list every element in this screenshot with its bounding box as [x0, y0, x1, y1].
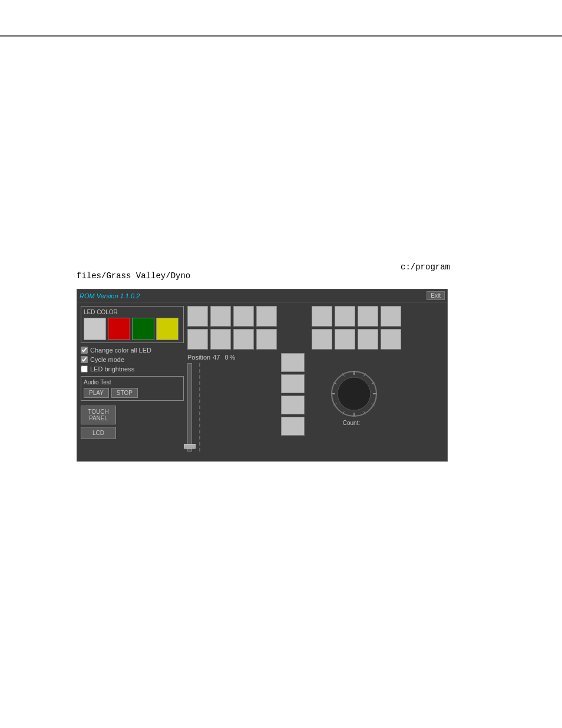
- grid-btn-4[interactable]: [256, 306, 277, 327]
- grid-btn-3[interactable]: [233, 306, 254, 327]
- lcd-button[interactable]: LCD: [81, 427, 116, 439]
- checkbox-cycle-mode: Cycle mode: [81, 356, 184, 363]
- slider-track-container: [187, 363, 192, 457]
- right-grid-btn-3[interactable]: [358, 306, 378, 327]
- slider-thumb[interactable]: [184, 444, 196, 449]
- checkbox-change-color-input[interactable]: [81, 347, 88, 354]
- right-top-button-grid: [312, 306, 402, 350]
- right-grid-btn-8[interactable]: [381, 329, 401, 350]
- checkbox-cycle-mode-label: Cycle mode: [90, 356, 124, 363]
- side-btn-3[interactable]: [281, 396, 305, 414]
- checkbox-led-brightness-input[interactable]: [81, 365, 88, 373]
- path-text-1: files/Grass Valley/Dyno: [77, 271, 190, 281]
- top-divider: [0, 35, 562, 37]
- grid-btn-7[interactable]: [233, 329, 254, 350]
- swatch-green[interactable]: [132, 318, 154, 340]
- title-bar: ROM Version 1.1.0.2 Exit: [77, 289, 447, 302]
- grid-btn-6[interactable]: [210, 329, 231, 350]
- checkbox-cycle-mode-input[interactable]: [81, 356, 88, 363]
- led-color-box: LED COLOR: [81, 306, 184, 343]
- right-grid-btn-5[interactable]: [312, 329, 332, 350]
- grid-btn-2[interactable]: [210, 306, 231, 327]
- checkbox-led-brightness: LED brightness: [81, 365, 184, 373]
- left-panel: LED COLOR Change color all LED Cycle mod…: [81, 306, 184, 457]
- checkbox-led-brightness-label: LED brightness: [90, 365, 134, 373]
- side-btn-2[interactable]: [281, 374, 305, 393]
- percent-symbol: %: [230, 354, 236, 361]
- right-grid-btn-7[interactable]: [358, 329, 378, 350]
- swatch-yellow[interactable]: [156, 318, 178, 340]
- audio-test-label: Audio Test: [84, 379, 181, 386]
- dial-ticks-svg: [330, 370, 378, 417]
- app-content: LED COLOR Change color all LED Cycle mod…: [77, 302, 447, 461]
- right-grid-btn-2[interactable]: [335, 306, 355, 327]
- slider-section: [187, 363, 277, 457]
- grid-btn-8[interactable]: [256, 329, 277, 350]
- play-button[interactable]: PLAY: [84, 388, 109, 398]
- grid-btn-1[interactable]: [187, 306, 208, 327]
- checkbox-change-color: Change color all LED: [81, 347, 184, 354]
- side-btn-4[interactable]: [281, 417, 305, 436]
- side-btn-1[interactable]: [281, 353, 305, 372]
- stop-button[interactable]: STOP: [111, 388, 138, 398]
- touch-panel-button[interactable]: TOUCHPANEL: [81, 406, 116, 424]
- dial-area: Count:: [312, 370, 402, 426]
- exit-button[interactable]: Exit: [427, 291, 445, 300]
- swatch-white[interactable]: [84, 318, 106, 340]
- audio-test-box: Audio Test PLAY STOP: [81, 376, 184, 401]
- grid-btn-5[interactable]: [187, 329, 208, 350]
- main-content-area: Position 47 0 %: [187, 306, 444, 457]
- right-grid-btn-4[interactable]: [381, 306, 401, 327]
- app-window: ROM Version 1.1.0.2 Exit LED COLOR Chang…: [77, 289, 448, 462]
- svg-point-1: [338, 377, 371, 410]
- right-panel: Count:: [312, 306, 402, 457]
- percent-value: 0: [224, 354, 228, 361]
- rom-version-title: ROM Version 1.1.0.2: [80, 292, 140, 299]
- side-buttons-column: [281, 353, 305, 457]
- middle-section: Position 47 0 %: [187, 306, 277, 457]
- swatch-red[interactable]: [108, 318, 130, 340]
- dotted-line: [199, 363, 200, 452]
- right-grid-btn-1[interactable]: [312, 306, 332, 327]
- position-row: Position 47 0 %: [187, 354, 277, 361]
- led-color-label: LED COLOR: [84, 309, 181, 315]
- top-button-grid: [187, 306, 277, 350]
- audio-buttons: PLAY STOP: [84, 388, 181, 398]
- count-label: Count:: [343, 420, 360, 426]
- right-grid-btn-6[interactable]: [335, 329, 355, 350]
- dial-container[interactable]: [330, 370, 378, 417]
- checkbox-change-color-label: Change color all LED: [90, 347, 151, 354]
- position-value: 47: [213, 354, 220, 361]
- path-text-2: c:/program: [401, 262, 450, 272]
- position-label: Position: [187, 354, 210, 361]
- slider-track[interactable]: [187, 363, 192, 452]
- led-swatches: [84, 318, 181, 340]
